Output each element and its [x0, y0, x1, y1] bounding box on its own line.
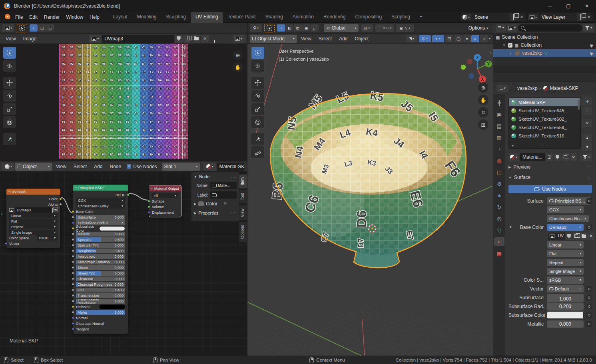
node-label-field[interactable] [210, 191, 237, 199]
uv-zoom-icon[interactable]: ⊕ [233, 50, 243, 60]
node-color-swatch[interactable] [198, 201, 204, 206]
open-folder-icon[interactable] [580, 233, 588, 240]
input-socket[interactable] [72, 249, 74, 252]
sidebar-tab-options[interactable]: Options [239, 222, 247, 242]
breadcrumb-object[interactable]: vase2skp [517, 86, 538, 91]
number-field[interactable]: 0.000 [547, 320, 584, 328]
shader-mode-dropdown[interactable]: Object▾ [15, 163, 52, 171]
animate-decorator[interactable] [586, 295, 592, 300]
input-socket[interactable] [72, 328, 74, 330]
properties-tab-texture[interactable]: ▦ [494, 249, 504, 258]
shader-editor-type-button[interactable]: ▾ [2, 163, 14, 171]
node-header[interactable]: ▾Material Output [149, 185, 181, 191]
snap-toggle[interactable]: ⌒H⊷▾ [375, 24, 394, 32]
input-socket[interactable] [72, 277, 74, 280]
menu-edit[interactable]: Edit [26, 13, 41, 21]
uv-active-tool-select[interactable] [17, 24, 27, 32]
param-slider[interactable]: Clearcoat Roughness0.030 [76, 282, 125, 287]
node-uvmap3[interactable]: ▾UVmap3ColorAlphaUVmap3✕Linear▾Flat▾Repe… [6, 188, 61, 249]
menu-help[interactable]: Help [86, 13, 103, 21]
add-slot-button[interactable]: ＋ [582, 97, 592, 105]
material-name-field[interactable]: Materia... [520, 153, 545, 161]
shading-material-preview[interactable]: ◐ [471, 35, 479, 42]
shader-menu-view[interactable]: View [53, 163, 70, 171]
color-swatch[interactable] [547, 312, 584, 319]
properties-tab-object-data[interactable]: ▽ [494, 226, 504, 235]
workspace-tab-uv-editing[interactable]: UV Editing [191, 12, 223, 23]
input-socket[interactable] [72, 272, 74, 274]
properties-tab-view-layer[interactable]: ▥ [494, 133, 504, 142]
xray-toggle[interactable]: ⊡ [445, 35, 453, 42]
workspace-tab-scripting[interactable]: Scripting [387, 12, 415, 23]
menu-file[interactable]: File [12, 13, 26, 21]
collapse-icon[interactable]: ▾ [8, 190, 10, 193]
input-socket[interactable] [72, 255, 74, 258]
input-socket[interactable] [72, 294, 74, 297]
property-menu-button[interactable]: Default○ [547, 285, 584, 292]
menu-window[interactable]: Window [63, 13, 86, 21]
outliner-row-scene-collection[interactable]: ▦Scene Collection [493, 33, 596, 41]
outliner-filter-button[interactable]: ▾ [583, 24, 594, 32]
node-name-field[interactable]: Mate... [210, 182, 237, 189]
properties-tab-scene[interactable]: ◔ [494, 145, 504, 153]
viewport-tool-measure[interactable] [251, 146, 264, 158]
object-mode-dropdown[interactable]: Object Mode▾ [250, 35, 297, 43]
workspace-tab-modeling[interactable]: Modeling [132, 12, 161, 23]
expand-icon[interactable]: ▸ [508, 52, 512, 55]
viewport-menu-view[interactable]: View [298, 35, 315, 43]
node-canvas[interactable]: › Material-SKP ▼Node::::Name:Mate...Labe… [0, 172, 247, 355]
uv-editor-type-button[interactable]: ▾ [2, 24, 14, 32]
number-field[interactable]: 0.200 [547, 303, 584, 310]
input-socket[interactable] [72, 227, 74, 230]
properties-tab-material[interactable]: ◐ [494, 237, 504, 246]
image-op-icon[interactable] [52, 208, 53, 212]
param-slider[interactable]: Specular0.500 [76, 237, 125, 242]
uv-select-mode-0[interactable]: ▪ [30, 24, 38, 32]
visibility-dropdown[interactable]: ◥▾ [406, 35, 418, 42]
options-dropdown[interactable]: Options▾ [466, 24, 490, 32]
output-socket[interactable] [59, 203, 62, 206]
workspace-tab-animation[interactable]: Animation [288, 12, 319, 23]
param-slider[interactable]: Sheen Tint0.500 [76, 271, 125, 276]
overlays-toggle[interactable]: ◐▾ [432, 35, 444, 42]
properties-tab-world[interactable]: ◍ [494, 156, 504, 165]
input-socket[interactable] [72, 210, 74, 213]
vase-object[interactable]: N5M5L5K5J5I5N4M4L4K4J4I4M3L3K3J3B6C6D6E6… [264, 73, 472, 273]
uv-pan-icon[interactable]: ✋ [233, 62, 243, 72]
animate-decorator[interactable] [586, 321, 592, 327]
outliner-row-collection[interactable]: ▼✓▦Collection◉ [493, 41, 596, 49]
input-socket[interactable] [72, 266, 74, 269]
open-image-icon[interactable] [192, 35, 200, 43]
view-layer-name[interactable]: View Layer [538, 14, 577, 20]
output-socket[interactable] [59, 197, 62, 200]
material-slot-row[interactable]: SketchUV_Texture559_ [509, 123, 580, 131]
material-slot-row[interactable]: Material-SKP [509, 98, 580, 106]
sidebar-tab-tool[interactable]: Tool [239, 190, 247, 203]
param-slider[interactable]: Specular Tint0.000 [76, 243, 125, 248]
viewport-tool-annotate[interactable] [251, 133, 264, 145]
param-slider[interactable]: Anisotropic Rotation0.000 [76, 260, 125, 265]
collapse-icon[interactable]: ▾ [75, 186, 77, 189]
outliner-filter-mode[interactable]: ▾ [507, 24, 517, 32]
close-button[interactable]: ✕ [578, 0, 596, 12]
use-nodes-button[interactable]: Use Nodes [508, 185, 592, 193]
material-filter-dropdown[interactable]: ▾ [580, 153, 592, 161]
input-socket[interactable] [148, 211, 150, 214]
material-users-count[interactable]: 2 [546, 153, 553, 161]
navigation-gizmo[interactable]: Z Y X [458, 51, 493, 87]
workspace-tab-shading[interactable]: Shading [261, 12, 288, 23]
param-slider[interactable]: Sheen0.000 [76, 265, 125, 270]
uv-tool-annotate[interactable] [3, 133, 16, 145]
uv-tool-transform[interactable] [3, 116, 16, 128]
node-dropdown[interactable]: Flat▾ [9, 219, 58, 224]
blender-menu-icon[interactable] [3, 14, 10, 20]
slot-list-expand-icon[interactable]: ▸ [512, 143, 514, 147]
color-swatch[interactable] [99, 226, 125, 231]
outliner-row-vase2skp[interactable]: ▸▽vase2skp▽◉ [493, 49, 596, 57]
viewport-tool-select[interactable] [251, 47, 264, 59]
input-socket[interactable] [72, 305, 74, 308]
uv-tool-select[interactable] [3, 47, 16, 59]
property-dropdown[interactable]: GGX▾ [547, 206, 584, 213]
uv-image-name-field[interactable]: UVmap3 [102, 35, 174, 43]
viewport-tool-cursor[interactable] [251, 60, 264, 72]
